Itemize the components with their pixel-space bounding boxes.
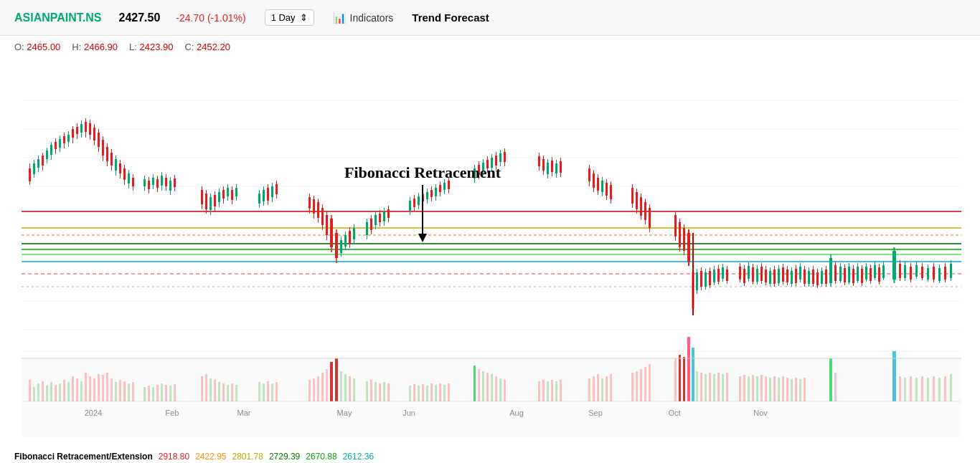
svg-rect-403 <box>426 386 428 401</box>
svg-rect-406 <box>439 383 441 401</box>
svg-rect-405 <box>435 385 437 401</box>
svg-rect-413 <box>491 374 493 401</box>
svg-rect-433 <box>649 364 651 401</box>
svg-rect-418 <box>542 380 545 401</box>
price-change-pct: (-1.01%) <box>207 12 246 24</box>
svg-rect-441 <box>705 374 707 401</box>
timeframe-label: 1 Day <box>271 12 296 23</box>
svg-rect-457 <box>782 376 784 401</box>
svg-rect-353 <box>106 373 108 401</box>
svg-rect-412 <box>486 373 489 401</box>
svg-rect-395 <box>374 382 377 401</box>
svg-rect-461 <box>799 379 801 401</box>
svg-rect-425 <box>597 374 599 401</box>
fibonacci-text: Fibonacci Retracement <box>344 163 501 182</box>
svg-rect-432 <box>644 367 646 401</box>
svg-rect-369 <box>205 374 207 401</box>
svg-rect-346 <box>76 378 78 401</box>
svg-rect-445 <box>722 374 724 401</box>
svg-rect-409 <box>473 366 476 401</box>
fib-value-5: 2670.88 <box>306 452 336 462</box>
svg-rect-460 <box>795 378 797 401</box>
svg-rect-366 <box>169 386 171 401</box>
price-change: -24.70 (-1.01%) <box>176 12 245 24</box>
svg-rect-398 <box>387 383 390 401</box>
svg-rect-387 <box>330 362 333 401</box>
fib-value-2: 2422.95 <box>195 452 226 462</box>
indicators-label: Indicators <box>350 12 394 24</box>
svg-rect-391 <box>349 376 351 401</box>
svg-rect-456 <box>778 378 780 401</box>
svg-rect-358 <box>128 383 130 401</box>
svg-rect-437 <box>687 337 690 401</box>
chevron-down-icon: ⇕ <box>300 12 308 23</box>
svg-rect-423 <box>588 378 590 401</box>
svg-rect-352 <box>102 375 104 401</box>
chart-svg: 2024 Feb Mar May Jun Aug Sep Oct Nov <box>0 57 980 463</box>
svg-rect-348 <box>85 373 87 401</box>
svg-rect-365 <box>165 385 167 401</box>
svg-rect-367 <box>174 384 176 401</box>
svg-rect-389 <box>340 371 342 401</box>
svg-rect-447 <box>739 376 741 401</box>
chart-area: 2024 Feb Mar May Jun Aug Sep Oct Nov Fib… <box>0 57 980 463</box>
svg-rect-470 <box>921 376 923 401</box>
svg-rect-383 <box>313 378 315 401</box>
indicators-button[interactable]: 📊 Indicators <box>333 11 394 24</box>
svg-text:2024: 2024 <box>85 409 102 417</box>
svg-rect-349 <box>89 376 91 401</box>
svg-rect-384 <box>317 376 319 401</box>
svg-text:Sep: Sep <box>588 409 603 417</box>
ohlc-o-value: 2465.00 <box>27 42 60 52</box>
svg-rect-379 <box>267 381 269 401</box>
ohlc-h-label: H: 2466.90 <box>72 42 118 52</box>
svg-rect-419 <box>547 381 549 401</box>
svg-rect-396 <box>379 383 381 401</box>
svg-rect-472 <box>933 376 935 401</box>
ohlc-l-label: L: 2423.90 <box>129 42 173 52</box>
svg-rect-462 <box>804 378 806 401</box>
svg-rect-450 <box>752 375 754 401</box>
svg-rect-463 <box>829 358 832 401</box>
svg-rect-427 <box>606 376 608 401</box>
svg-rect-469 <box>915 378 918 401</box>
svg-rect-356 <box>119 380 121 401</box>
svg-rect-368 <box>201 376 203 401</box>
fibonacci-arrow <box>422 185 423 235</box>
svg-rect-424 <box>593 376 595 401</box>
svg-rect-393 <box>366 381 368 401</box>
svg-rect-375 <box>231 383 233 401</box>
svg-rect-370 <box>209 378 212 401</box>
svg-rect-371 <box>214 380 216 401</box>
chart-container: ASIANPAINT.NS 2427.50 -24.70 (-1.01%) 1 … <box>0 0 980 463</box>
svg-rect-347 <box>80 381 83 401</box>
fib-value-3: 2801.78 <box>232 452 263 462</box>
svg-rect-364 <box>161 383 163 401</box>
svg-rect-350 <box>93 378 95 401</box>
svg-rect-338 <box>42 381 44 401</box>
ohlc-c-value: 2452.20 <box>197 42 230 52</box>
fib-value-1: 2918.80 <box>159 452 189 462</box>
timeframe-selector[interactable]: 1 Day ⇕ <box>265 9 314 26</box>
svg-rect-408 <box>448 383 450 401</box>
trend-forecast-button[interactable]: Trend Forecast <box>412 11 489 24</box>
svg-rect-455 <box>773 376 776 401</box>
svg-rect-411 <box>482 371 484 401</box>
svg-rect-362 <box>152 387 154 401</box>
svg-rect-341 <box>55 385 57 401</box>
svg-rect-438 <box>692 348 694 401</box>
svg-rect-459 <box>791 379 793 401</box>
svg-rect-386 <box>326 369 328 401</box>
svg-rect-421 <box>555 381 557 401</box>
svg-rect-467 <box>904 378 906 401</box>
svg-rect-440 <box>700 373 702 401</box>
svg-rect-373 <box>222 383 225 401</box>
ohlc-c-label: C: 2452.20 <box>184 42 230 52</box>
svg-rect-426 <box>601 378 603 401</box>
svg-rect-429 <box>631 373 633 401</box>
svg-rect-473 <box>938 378 941 401</box>
svg-rect-416 <box>504 380 506 401</box>
svg-text:Feb: Feb <box>166 409 179 417</box>
svg-text:Oct: Oct <box>668 409 680 417</box>
svg-rect-376 <box>235 385 237 401</box>
